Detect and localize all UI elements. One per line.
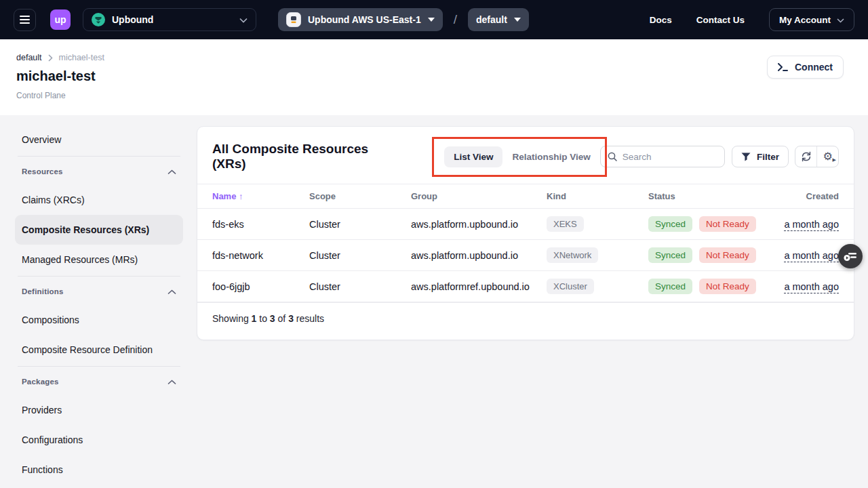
- cell-group: aws.platform.upbound.io: [411, 219, 547, 230]
- breadcrumb: default michael-test: [16, 53, 844, 62]
- tab-list-view[interactable]: List View: [444, 146, 502, 167]
- results-text: of: [278, 313, 286, 324]
- upbound-logo[interactable]: up: [50, 9, 71, 30]
- nav-link-contact-us[interactable]: Contact Us: [696, 15, 745, 25]
- table-header-row: Name ↑ Scope Group Kind Status Created: [197, 184, 854, 209]
- tab-relationship-view[interactable]: Relationship View: [502, 146, 599, 167]
- sidebar-divider: [18, 276, 180, 277]
- org-selector-dropdown[interactable]: Upbound: [83, 8, 256, 31]
- sidebar-item-overview[interactable]: Overview: [15, 125, 183, 155]
- chevron-up-icon: [167, 375, 176, 388]
- search-icon: [608, 152, 617, 161]
- auto-refresh-settings-button[interactable]: ⚙▶: [816, 146, 838, 167]
- kind-badge: XEKS: [547, 216, 584, 232]
- column-header-created[interactable]: Created: [806, 191, 839, 201]
- page-subtitle: Control Plane: [16, 91, 844, 100]
- sidebar-item-label: Managed Resources (MRs): [22, 254, 138, 265]
- sidebar: Overview Resources Claims (XRCs) Composi…: [0, 115, 197, 488]
- table-row[interactable]: fds-network Cluster aws.platform.upbound…: [197, 240, 854, 271]
- section-label: Resources: [22, 167, 63, 176]
- dropdown-caret-icon: [514, 18, 521, 22]
- created-timestamp[interactable]: a month ago: [784, 250, 839, 262]
- table-actions-group: ⚙▶: [795, 146, 839, 167]
- column-label: Name: [212, 191, 236, 201]
- sidebar-item-providers[interactable]: Providers: [15, 395, 183, 425]
- search-input[interactable]: [623, 152, 711, 162]
- sidebar-item-managed-resources-mrs[interactable]: Managed Resources (MRs): [15, 245, 183, 274]
- sidebar-item-label: Compositions: [22, 314, 79, 325]
- sidebar-item-claims-xrcs[interactable]: Claims (XRCs): [15, 185, 183, 215]
- column-header-kind[interactable]: Kind: [547, 191, 648, 201]
- group-selector-dropdown[interactable]: default: [468, 8, 529, 31]
- connect-button[interactable]: Connect: [767, 56, 844, 79]
- sidebar-item-composite-resources-xrs[interactable]: Composite Resources (XRs): [15, 215, 183, 245]
- sidebar-divider: [18, 156, 180, 157]
- sidebar-section-packages[interactable]: Packages: [15, 368, 183, 395]
- table-row[interactable]: foo-6jgjb Cluster aws.platformref.upboun…: [197, 271, 854, 302]
- results-text: to: [259, 313, 267, 324]
- created-timestamp[interactable]: a month ago: [784, 281, 839, 293]
- gear-play-icon: ⚙▶: [823, 151, 833, 162]
- controlplane-selector-dropdown[interactable]: Upbound AWS US-East-1: [278, 8, 443, 31]
- refresh-button[interactable]: [795, 146, 816, 167]
- dropdown-caret-icon: [428, 18, 435, 22]
- breadcrumb-root-link[interactable]: default: [16, 53, 42, 62]
- sort-ascending-icon: ↑: [239, 191, 243, 201]
- column-header-scope[interactable]: Scope: [309, 191, 411, 201]
- sidebar-section-resources[interactable]: Resources: [15, 158, 183, 185]
- search-box[interactable]: [600, 146, 725, 167]
- column-header-group[interactable]: Group: [411, 191, 547, 201]
- card-header: All Composite Resources (XRs) List View …: [197, 127, 854, 184]
- navbar-right-links: Docs Contact Us My Account: [650, 8, 854, 31]
- cell-created: a month ago: [784, 219, 839, 230]
- chevron-up-icon: [167, 285, 176, 298]
- composite-resources-card: All Composite Resources (XRs) List View …: [197, 126, 854, 340]
- path-separator: /: [454, 12, 457, 27]
- cell-created: a month ago: [784, 281, 839, 292]
- hamburger-menu-icon: [20, 16, 30, 24]
- sidebar-item-label: Configurations: [22, 434, 83, 445]
- page-title: michael-test: [16, 68, 844, 84]
- guide-widget-icon: [844, 251, 857, 262]
- group-selector-label: default: [476, 14, 507, 25]
- section-label: Packages: [22, 378, 59, 386]
- results-from: 1: [252, 313, 257, 324]
- my-account-dropdown[interactable]: My Account: [769, 8, 854, 31]
- column-header-status[interactable]: Status: [648, 191, 777, 201]
- sidebar-item-functions[interactable]: Functions: [15, 455, 183, 485]
- chevron-down-icon: [239, 14, 248, 26]
- sidebar-item-composite-resource-definition[interactable]: Composite Resource Definition: [15, 335, 183, 365]
- my-account-label: My Account: [779, 15, 831, 25]
- sidebar-item-compositions[interactable]: Compositions: [15, 305, 183, 335]
- filter-icon: [741, 152, 751, 161]
- status-badge-synced: Synced: [648, 247, 692, 263]
- sidebar-divider: [18, 366, 180, 367]
- table-row[interactable]: fds-eks Cluster aws.platform.upbound.io …: [197, 209, 854, 240]
- sidebar-item-label: Composite Resource Definition: [22, 344, 153, 355]
- view-toggle: List View Relationship View: [444, 146, 600, 167]
- terminal-icon: [778, 63, 789, 71]
- sidebar-item-label: Claims (XRCs): [22, 195, 85, 205]
- nav-link-docs[interactable]: Docs: [650, 15, 672, 25]
- chevron-up-icon: [167, 165, 176, 178]
- column-header-name[interactable]: Name ↑: [212, 191, 309, 201]
- filter-button[interactable]: Filter: [732, 146, 789, 167]
- status-badge-not-ready: Not Ready: [699, 247, 756, 263]
- created-timestamp[interactable]: a month ago: [784, 219, 839, 231]
- breadcrumb-chevron-icon: [48, 54, 53, 62]
- cell-group: aws.platform.upbound.io: [411, 250, 547, 261]
- sidebar-item-configurations[interactable]: Configurations: [15, 425, 183, 455]
- cell-created: a month ago: [784, 250, 839, 261]
- org-avatar-icon: [92, 13, 105, 26]
- cell-name: fds-network: [212, 250, 309, 261]
- sidebar-section-definitions[interactable]: Definitions: [15, 278, 183, 305]
- guide-widget-button[interactable]: [838, 244, 863, 268]
- connect-button-label: Connect: [795, 62, 833, 73]
- status-badge-synced: Synced: [648, 279, 692, 294]
- kind-badge: XNetwork: [547, 247, 598, 263]
- results-text: results: [296, 313, 324, 324]
- content-area: Overview Resources Claims (XRCs) Composi…: [0, 115, 868, 488]
- cell-name: foo-6jgjb: [212, 281, 309, 292]
- hamburger-menu-button[interactable]: [14, 9, 36, 31]
- status-badge-synced: Synced: [648, 216, 692, 232]
